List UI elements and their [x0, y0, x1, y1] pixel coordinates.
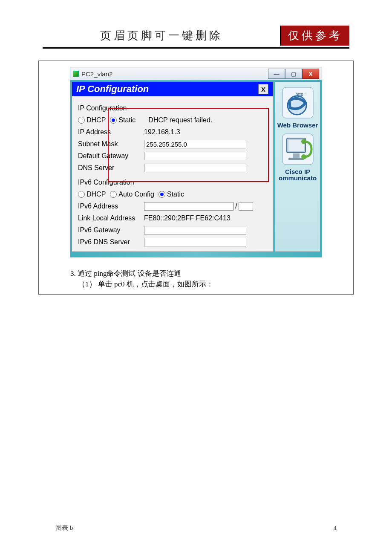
- ipv6-prefix-input[interactable]: [239, 202, 253, 211]
- web-browser-icon[interactable]: http:: [280, 84, 316, 121]
- subnet-mask-label: Subnet Mask: [78, 140, 144, 148]
- ipv6-dns-label: IPv6 DNS Server: [78, 238, 144, 246]
- ipv6-section: IPv6 Configuration DHCP Auto Config Stat…: [78, 177, 267, 247]
- ipv6-autoconfig-radio[interactable]: Auto Config: [110, 191, 154, 198]
- close-button[interactable]: X: [302, 69, 319, 79]
- maximize-button[interactable]: ▢: [285, 69, 302, 79]
- dns-server-input[interactable]: [144, 164, 246, 172]
- ipv4-static-radio[interactable]: Static: [110, 116, 135, 124]
- panel-title: IP Configuration X: [72, 82, 273, 96]
- panel-close-button[interactable]: X: [258, 84, 268, 94]
- ipv4-section: IP Configuration DHCP Static DHCP reques…: [78, 103, 267, 173]
- ipv4-section-label: IP Configuration: [78, 104, 127, 112]
- cisco-ip-communicator-icon[interactable]: [280, 131, 316, 168]
- default-gateway-label: Default Gateway: [78, 152, 144, 160]
- ipv4-dhcp-radio[interactable]: DHCP: [78, 116, 106, 124]
- window-titlebar: PC2_vlan2 — ▢ X: [70, 67, 322, 80]
- header-title: 页眉页脚可一键删除: [43, 26, 280, 46]
- ipv4-static-label: Static: [118, 116, 135, 124]
- app-window: PC2_vlan2 — ▢ X IP Configuration X: [70, 67, 322, 257]
- ip-address-label: IP Address: [78, 128, 144, 136]
- ipv6-static-label: Static: [167, 191, 184, 198]
- subnet-mask-input[interactable]: [144, 140, 246, 148]
- ipv6-section-label: IPv6 Configuration: [78, 179, 134, 186]
- figure-frame: PC2_vlan2 — ▢ X IP Configuration X: [38, 61, 354, 295]
- dns-server-label: DNS Server: [78, 164, 144, 172]
- footer-right: 4: [334, 525, 337, 532]
- ipv6-address-input[interactable]: [144, 202, 233, 211]
- ipv6-static-radio[interactable]: Static: [159, 191, 184, 198]
- svg-point-7: [301, 139, 306, 144]
- caption-line-2: （1） 单击 pc0 机，点击桌面，如图所示：: [70, 279, 322, 289]
- ipv6-dns-input[interactable]: [144, 238, 246, 246]
- header-rule: [43, 47, 349, 49]
- figure-captions: 3. 通过 ping命令测试 设备是否连通 （1） 单击 pc0 机，点击桌面，…: [70, 269, 322, 289]
- link-local-label: Link Local Address: [78, 214, 144, 222]
- header-badge: 仅供参考: [281, 26, 349, 46]
- ipv6-autoconfig-label: Auto Config: [118, 191, 154, 198]
- ipv6-dhcp-label: DHCP: [86, 191, 106, 198]
- window-title: PC2_vlan2: [81, 70, 112, 78]
- web-browser-label: Web Browser: [277, 122, 318, 128]
- svg-point-8: [301, 154, 306, 159]
- panel-title-text: IP Configuration: [76, 84, 149, 95]
- apps-sidebar: http: Web Browser: [275, 81, 320, 252]
- ipv6-gateway-label: IPv6 Gateway: [78, 226, 144, 234]
- link-local-value: FE80::290:2BFF:FE62:C413: [144, 214, 231, 222]
- ipv6-gateway-input[interactable]: [144, 226, 246, 234]
- ipv6-dhcp-radio[interactable]: DHCP: [78, 191, 106, 198]
- minimize-button[interactable]: —: [268, 69, 285, 79]
- ipv6-address-label: IPv6 Address: [78, 202, 144, 210]
- footer-left: 图表 b: [55, 524, 73, 532]
- ipconfig-panel: IP Configuration X IP Configuration DHCP…: [72, 81, 273, 252]
- ipv4-status-message: DHCP request failed.: [148, 116, 212, 124]
- svg-rect-6: [288, 158, 304, 160]
- ipv6-prefix-slash: /: [235, 202, 237, 210]
- default-gateway-input[interactable]: [144, 152, 246, 160]
- app-icon: [73, 71, 79, 77]
- page-header: 页眉页脚可一键删除 仅供参考: [43, 26, 349, 49]
- ip-address-value: 192.168.1.3: [144, 128, 180, 136]
- svg-rect-5: [293, 153, 300, 158]
- ipv4-dhcp-label: DHCP: [86, 116, 106, 124]
- caption-line-1: 3. 通过 ping命令测试 设备是否连通: [70, 269, 322, 278]
- cisco-ip-communicator-label: Cisco IP ommunicato: [275, 168, 320, 181]
